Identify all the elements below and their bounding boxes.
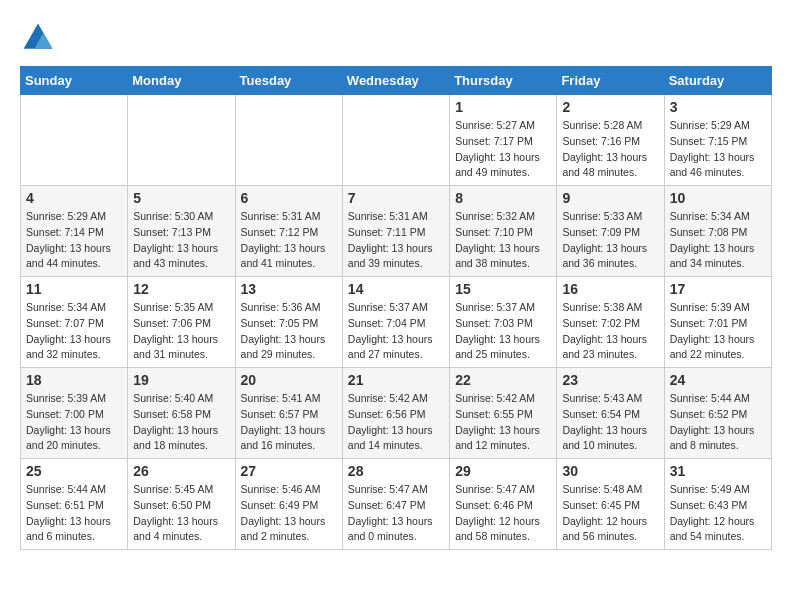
day-number: 10 (670, 190, 766, 206)
logo (20, 20, 62, 56)
day-info: Sunrise: 5:39 AM Sunset: 7:00 PM Dayligh… (26, 391, 122, 454)
calendar-cell: 12Sunrise: 5:35 AM Sunset: 7:06 PM Dayli… (128, 277, 235, 368)
day-number: 21 (348, 372, 444, 388)
day-info: Sunrise: 5:32 AM Sunset: 7:10 PM Dayligh… (455, 209, 551, 272)
calendar-cell (21, 95, 128, 186)
calendar-week-row: 4Sunrise: 5:29 AM Sunset: 7:14 PM Daylig… (21, 186, 772, 277)
day-info: Sunrise: 5:33 AM Sunset: 7:09 PM Dayligh… (562, 209, 658, 272)
calendar-week-row: 1Sunrise: 5:27 AM Sunset: 7:17 PM Daylig… (21, 95, 772, 186)
day-number: 14 (348, 281, 444, 297)
calendar-cell: 28Sunrise: 5:47 AM Sunset: 6:47 PM Dayli… (342, 459, 449, 550)
day-number: 22 (455, 372, 551, 388)
calendar-cell: 1Sunrise: 5:27 AM Sunset: 7:17 PM Daylig… (450, 95, 557, 186)
weekday-header: Wednesday (342, 67, 449, 95)
calendar-cell: 19Sunrise: 5:40 AM Sunset: 6:58 PM Dayli… (128, 368, 235, 459)
day-info: Sunrise: 5:48 AM Sunset: 6:45 PM Dayligh… (562, 482, 658, 545)
day-info: Sunrise: 5:47 AM Sunset: 6:47 PM Dayligh… (348, 482, 444, 545)
weekday-row: SundayMondayTuesdayWednesdayThursdayFrid… (21, 67, 772, 95)
day-number: 3 (670, 99, 766, 115)
calendar-cell: 8Sunrise: 5:32 AM Sunset: 7:10 PM Daylig… (450, 186, 557, 277)
day-info: Sunrise: 5:34 AM Sunset: 7:07 PM Dayligh… (26, 300, 122, 363)
calendar-cell: 31Sunrise: 5:49 AM Sunset: 6:43 PM Dayli… (664, 459, 771, 550)
calendar-cell: 18Sunrise: 5:39 AM Sunset: 7:00 PM Dayli… (21, 368, 128, 459)
day-info: Sunrise: 5:40 AM Sunset: 6:58 PM Dayligh… (133, 391, 229, 454)
day-number: 24 (670, 372, 766, 388)
calendar-cell: 13Sunrise: 5:36 AM Sunset: 7:05 PM Dayli… (235, 277, 342, 368)
day-info: Sunrise: 5:29 AM Sunset: 7:14 PM Dayligh… (26, 209, 122, 272)
calendar-cell: 22Sunrise: 5:42 AM Sunset: 6:55 PM Dayli… (450, 368, 557, 459)
day-number: 16 (562, 281, 658, 297)
day-number: 18 (26, 372, 122, 388)
calendar-cell: 21Sunrise: 5:42 AM Sunset: 6:56 PM Dayli… (342, 368, 449, 459)
weekday-header: Friday (557, 67, 664, 95)
day-info: Sunrise: 5:34 AM Sunset: 7:08 PM Dayligh… (670, 209, 766, 272)
day-number: 19 (133, 372, 229, 388)
weekday-header: Thursday (450, 67, 557, 95)
day-info: Sunrise: 5:37 AM Sunset: 7:03 PM Dayligh… (455, 300, 551, 363)
calendar-cell: 2Sunrise: 5:28 AM Sunset: 7:16 PM Daylig… (557, 95, 664, 186)
calendar-cell (128, 95, 235, 186)
day-info: Sunrise: 5:42 AM Sunset: 6:56 PM Dayligh… (348, 391, 444, 454)
day-info: Sunrise: 5:29 AM Sunset: 7:15 PM Dayligh… (670, 118, 766, 181)
day-number: 25 (26, 463, 122, 479)
calendar-cell: 30Sunrise: 5:48 AM Sunset: 6:45 PM Dayli… (557, 459, 664, 550)
day-number: 20 (241, 372, 337, 388)
day-number: 7 (348, 190, 444, 206)
day-number: 4 (26, 190, 122, 206)
calendar-cell: 20Sunrise: 5:41 AM Sunset: 6:57 PM Dayli… (235, 368, 342, 459)
calendar-cell: 17Sunrise: 5:39 AM Sunset: 7:01 PM Dayli… (664, 277, 771, 368)
day-info: Sunrise: 5:46 AM Sunset: 6:49 PM Dayligh… (241, 482, 337, 545)
calendar-cell: 29Sunrise: 5:47 AM Sunset: 6:46 PM Dayli… (450, 459, 557, 550)
day-number: 17 (670, 281, 766, 297)
day-info: Sunrise: 5:28 AM Sunset: 7:16 PM Dayligh… (562, 118, 658, 181)
calendar-cell: 26Sunrise: 5:45 AM Sunset: 6:50 PM Dayli… (128, 459, 235, 550)
calendar-week-row: 25Sunrise: 5:44 AM Sunset: 6:51 PM Dayli… (21, 459, 772, 550)
day-info: Sunrise: 5:39 AM Sunset: 7:01 PM Dayligh… (670, 300, 766, 363)
day-number: 29 (455, 463, 551, 479)
calendar-cell: 4Sunrise: 5:29 AM Sunset: 7:14 PM Daylig… (21, 186, 128, 277)
calendar-cell: 16Sunrise: 5:38 AM Sunset: 7:02 PM Dayli… (557, 277, 664, 368)
weekday-header: Monday (128, 67, 235, 95)
day-info: Sunrise: 5:35 AM Sunset: 7:06 PM Dayligh… (133, 300, 229, 363)
calendar-cell: 9Sunrise: 5:33 AM Sunset: 7:09 PM Daylig… (557, 186, 664, 277)
day-number: 5 (133, 190, 229, 206)
day-number: 13 (241, 281, 337, 297)
day-number: 11 (26, 281, 122, 297)
day-info: Sunrise: 5:44 AM Sunset: 6:51 PM Dayligh… (26, 482, 122, 545)
calendar-cell: 10Sunrise: 5:34 AM Sunset: 7:08 PM Dayli… (664, 186, 771, 277)
day-number: 12 (133, 281, 229, 297)
day-number: 2 (562, 99, 658, 115)
weekday-header: Saturday (664, 67, 771, 95)
day-number: 6 (241, 190, 337, 206)
day-info: Sunrise: 5:38 AM Sunset: 7:02 PM Dayligh… (562, 300, 658, 363)
calendar-body: 1Sunrise: 5:27 AM Sunset: 7:17 PM Daylig… (21, 95, 772, 550)
calendar-cell: 6Sunrise: 5:31 AM Sunset: 7:12 PM Daylig… (235, 186, 342, 277)
day-number: 23 (562, 372, 658, 388)
day-number: 30 (562, 463, 658, 479)
day-number: 26 (133, 463, 229, 479)
day-number: 8 (455, 190, 551, 206)
calendar-cell (342, 95, 449, 186)
day-number: 9 (562, 190, 658, 206)
day-info: Sunrise: 5:49 AM Sunset: 6:43 PM Dayligh… (670, 482, 766, 545)
day-info: Sunrise: 5:30 AM Sunset: 7:13 PM Dayligh… (133, 209, 229, 272)
day-info: Sunrise: 5:36 AM Sunset: 7:05 PM Dayligh… (241, 300, 337, 363)
day-info: Sunrise: 5:41 AM Sunset: 6:57 PM Dayligh… (241, 391, 337, 454)
day-info: Sunrise: 5:44 AM Sunset: 6:52 PM Dayligh… (670, 391, 766, 454)
day-info: Sunrise: 5:42 AM Sunset: 6:55 PM Dayligh… (455, 391, 551, 454)
day-info: Sunrise: 5:31 AM Sunset: 7:12 PM Dayligh… (241, 209, 337, 272)
day-number: 28 (348, 463, 444, 479)
day-info: Sunrise: 5:47 AM Sunset: 6:46 PM Dayligh… (455, 482, 551, 545)
day-number: 1 (455, 99, 551, 115)
calendar-week-row: 18Sunrise: 5:39 AM Sunset: 7:00 PM Dayli… (21, 368, 772, 459)
calendar-cell: 23Sunrise: 5:43 AM Sunset: 6:54 PM Dayli… (557, 368, 664, 459)
day-info: Sunrise: 5:43 AM Sunset: 6:54 PM Dayligh… (562, 391, 658, 454)
day-info: Sunrise: 5:37 AM Sunset: 7:04 PM Dayligh… (348, 300, 444, 363)
header (20, 20, 772, 56)
calendar-cell: 3Sunrise: 5:29 AM Sunset: 7:15 PM Daylig… (664, 95, 771, 186)
calendar-cell: 7Sunrise: 5:31 AM Sunset: 7:11 PM Daylig… (342, 186, 449, 277)
calendar-cell: 24Sunrise: 5:44 AM Sunset: 6:52 PM Dayli… (664, 368, 771, 459)
calendar-cell: 15Sunrise: 5:37 AM Sunset: 7:03 PM Dayli… (450, 277, 557, 368)
calendar-cell: 11Sunrise: 5:34 AM Sunset: 7:07 PM Dayli… (21, 277, 128, 368)
calendar-cell: 25Sunrise: 5:44 AM Sunset: 6:51 PM Dayli… (21, 459, 128, 550)
